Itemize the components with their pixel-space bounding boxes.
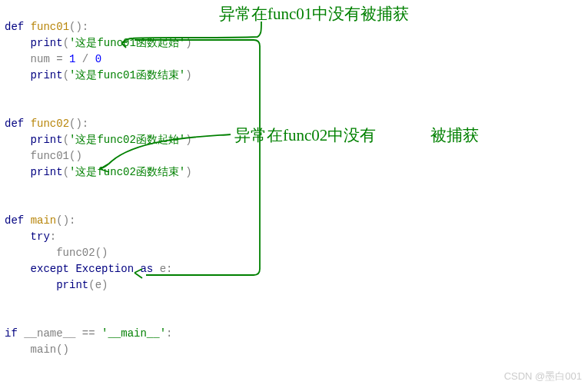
annotation-2-right: 被捕获 xyxy=(430,124,479,146)
keyword-def: def xyxy=(5,21,24,33)
func-name: func01 xyxy=(31,21,69,33)
call-func02: func02 xyxy=(56,247,95,259)
builtin-print: print xyxy=(31,37,63,49)
code-block: def func01(): print('这是func01函数起始') num … xyxy=(0,0,588,361)
watermark: CSDN @墨白001 xyxy=(504,370,582,383)
annotation-2-left: 异常在func02中没有 xyxy=(234,124,376,146)
call-func01: func01 xyxy=(31,150,69,162)
annotation-1: 异常在func01中没有被捕获 xyxy=(219,3,409,25)
